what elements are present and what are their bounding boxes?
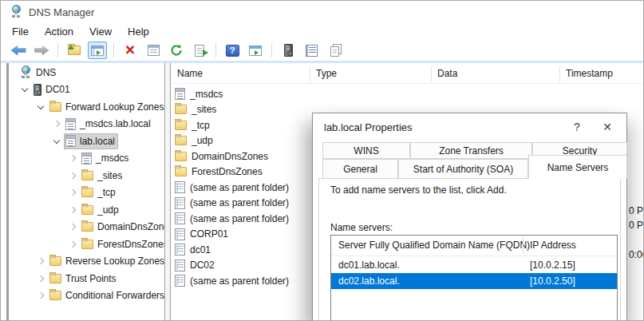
tree-item-msdcs-lab-local[interactable]: _msdcs.lab.local (9, 116, 164, 133)
toolbar: ✕ ? (1, 40, 643, 61)
tree-item-domaindnszones[interactable]: DomainDnsZones (9, 219, 164, 236)
menu-view[interactable]: View (81, 24, 120, 39)
expander-open-icon[interactable] (34, 101, 49, 113)
expander-closed-icon[interactable] (50, 117, 65, 130)
tree-item-core[interactable]: Conditional Forwarders (49, 288, 164, 303)
folder-icon (175, 121, 187, 130)
dialog-close-icon[interactable]: ✕ (595, 118, 619, 136)
name-server-row-dc01-lab-local[interactable]: dc01.lab.local.[10.0.2.15] (331, 257, 617, 273)
tree-item-label: DNS (36, 67, 56, 78)
tree-item-core[interactable]: _msdcs (81, 151, 131, 165)
expander-closed-icon[interactable] (34, 289, 49, 302)
tree-item-label: Trust Points (65, 273, 117, 284)
tree-item-core[interactable]: DomainDnsZones (81, 220, 164, 234)
tree-item-dns[interactable]: DNS (9, 64, 164, 81)
tab-general[interactable]: General (322, 159, 398, 179)
column-header-timestamp[interactable]: Timestamp (566, 68, 613, 79)
tree-item-core[interactable]: Forward Lookup Zones (49, 100, 164, 114)
tree-item-sites[interactable]: _sites (9, 167, 164, 184)
tree-item-core[interactable]: _tcp (81, 185, 118, 200)
tree-item-tcp[interactable]: _tcp (9, 184, 164, 202)
console-window-icon[interactable] (246, 42, 265, 59)
list-row-msdcs[interactable]: _msdcs (171, 86, 643, 102)
tree-selection[interactable]: lab.local (65, 134, 117, 149)
name-server-row-dc02-lab-local[interactable]: dc02.lab.local.[10.0.2.50] (331, 273, 617, 289)
export-list-icon[interactable] (190, 42, 209, 59)
tree-item-core[interactable]: ForestDnsZones (81, 237, 164, 252)
tree-item-label: Reverse Lookup Zones (65, 256, 164, 267)
tab-wins[interactable]: WINS (322, 142, 410, 159)
back-icon[interactable] (9, 42, 28, 59)
name-servers-listbox: Server Fully Qualified Domain Name (FQDN… (330, 235, 618, 321)
tree-item-core[interactable]: Trust Points (49, 271, 119, 286)
column-separator[interactable] (310, 66, 310, 82)
expander-closed-icon[interactable] (66, 186, 81, 199)
tree-item-core[interactable]: Reverse Lookup Zones (49, 254, 164, 268)
tree-item-core[interactable]: DC01 (33, 82, 73, 97)
expander-closed-icon[interactable] (66, 169, 81, 182)
tab-name-servers[interactable]: Name Servers (528, 155, 627, 179)
tree-item-trust-points[interactable]: Trust Points (9, 270, 164, 287)
tree-item-msdcs[interactable]: _msdcs (9, 150, 164, 168)
folder-icon (175, 136, 187, 145)
zone-icon (65, 118, 76, 130)
record-icon (175, 260, 185, 271)
record-list-icon[interactable] (302, 42, 321, 59)
server-icon[interactable] (279, 42, 298, 59)
column-header-data[interactable]: Data (437, 68, 457, 79)
tree-item-forestdnszones[interactable]: ForestDnsZones (9, 236, 164, 253)
column-header-type[interactable]: Type (316, 68, 337, 79)
menu-action[interactable]: Action (37, 24, 81, 39)
folder-icon (81, 240, 93, 249)
copy-icon[interactable] (325, 42, 344, 59)
zone-icon (81, 153, 92, 164)
expander-closed-icon[interactable] (66, 152, 81, 164)
help-icon[interactable]: ? (223, 42, 242, 59)
delete-icon[interactable]: ✕ (121, 42, 140, 59)
show-console-tree-icon[interactable] (88, 42, 107, 59)
expander-closed-icon[interactable] (66, 204, 81, 216)
forward-icon[interactable] (32, 42, 51, 59)
expander-closed-icon[interactable] (34, 272, 49, 285)
tree-item-conditional-forwarders[interactable]: Conditional Forwarders (9, 287, 164, 305)
tree-item-label: _msdcs.lab.local (80, 118, 151, 129)
column-separator[interactable] (559, 66, 560, 82)
pane-divider[interactable] (164, 63, 171, 320)
expander-closed-icon[interactable] (34, 255, 49, 268)
expander-closed-icon[interactable] (66, 220, 81, 233)
tree-item-lab-local[interactable]: lab.local (9, 133, 164, 150)
name-servers-tab-page: To add name servers to the list, click A… (318, 178, 621, 321)
name-servers-label: Name servers: (330, 222, 393, 233)
properties-icon[interactable] (144, 42, 163, 59)
server-icon (34, 84, 41, 96)
list-item-label: _sites (192, 104, 216, 115)
name-server-fqdn: dc02.lab.local. (338, 275, 400, 287)
listbox-column-separator[interactable] (523, 238, 523, 254)
tree-item-core[interactable]: DNS (18, 65, 58, 80)
tree-item-forward-lookup-zones[interactable]: Forward Lookup Zones (9, 98, 164, 116)
folder-icon (175, 152, 187, 161)
column-separator[interactable] (431, 66, 432, 82)
tree-item-udp[interactable]: _udp (9, 201, 164, 219)
tree-item-dc01[interactable]: DC01 (9, 81, 164, 99)
menu-file[interactable]: File (4, 24, 37, 39)
dialog-help-button[interactable]: ? (565, 118, 589, 136)
up-one-level-icon[interactable] (65, 42, 84, 59)
refresh-icon[interactable] (167, 42, 186, 59)
expander-open-icon[interactable] (18, 83, 33, 96)
menu-help[interactable]: Help (120, 24, 157, 39)
list-item-label: (same as parent folder) (190, 182, 289, 193)
column-header-name[interactable]: Name (177, 68, 203, 79)
tree-item-core[interactable]: _udp (81, 203, 121, 217)
tree-item-label: _tcp (97, 187, 116, 198)
listbox-column-fqdn[interactable]: Server Fully Qualified Domain Name (FQDN… (338, 240, 530, 251)
tree-item-core[interactable]: _sites (81, 168, 124, 183)
tree-item-reverse-lookup-zones[interactable]: Reverse Lookup Zones (9, 253, 164, 271)
expander-open-icon[interactable] (50, 135, 65, 148)
tab-start-of-authority[interactable]: Start of Authority (SOA) (398, 159, 528, 179)
tree-item-core[interactable]: _msdcs.lab.local (65, 117, 153, 131)
listbox-column-ip[interactable]: IP Address (530, 240, 576, 251)
expander-closed-icon[interactable] (66, 238, 81, 251)
tab-zone-transfers[interactable]: Zone Transfers (410, 142, 532, 159)
zone-properties-dialog: lab.local Properties ? ✕ WINS Zone Trans… (312, 113, 627, 321)
